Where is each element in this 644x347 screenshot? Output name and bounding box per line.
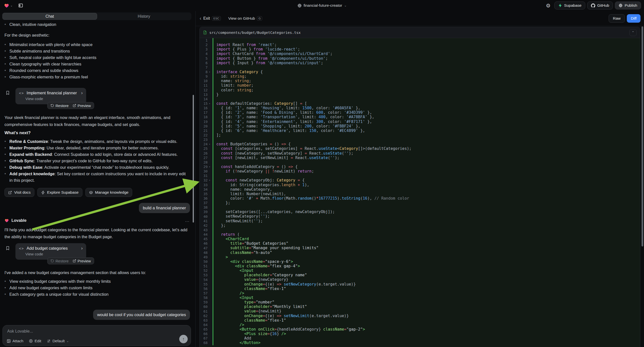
line-number[interactable]: 59 [200, 300, 208, 304]
fold-chevron-icon[interactable]: ▾ [208, 71, 212, 73]
explore-supabase-button[interactable]: Explore Supabase [37, 188, 82, 197]
line-number[interactable]: 13 [200, 92, 208, 96]
collapse-file-button[interactable]: ⌃ [630, 29, 636, 36]
line-number[interactable]: 47 [200, 246, 208, 250]
line-number[interactable]: 55 [200, 282, 208, 286]
line-number[interactable]: 14 [200, 97, 208, 101]
bookmark-icon[interactable] [6, 90, 10, 95]
fold-chevron-icon[interactable]: ▾ [208, 166, 212, 168]
chat-message-list[interactable]: • Clean, intuitive navigation For the de… [0, 21, 196, 324]
line-number[interactable]: 1 [200, 38, 208, 42]
line-number[interactable]: 60 [200, 305, 208, 309]
line-number[interactable]: 52 [200, 268, 208, 272]
code-editor[interactable]: 12import React from 'react';3import { Pl… [200, 38, 640, 347]
line-number[interactable]: 36 [200, 196, 208, 200]
line-number[interactable]: 65 [200, 327, 208, 331]
line-number[interactable]: 45 [200, 237, 208, 241]
line-number[interactable]: 56 [200, 287, 208, 291]
line-number[interactable]: 16 [200, 106, 208, 110]
fold-chevron-icon[interactable]: ▾ [208, 102, 212, 105]
line-number[interactable]: 21 [200, 129, 208, 133]
line-number[interactable]: 64 [200, 323, 208, 327]
tab-history[interactable]: History [97, 13, 191, 20]
restore-button[interactable]: Restore [50, 104, 69, 108]
line-number[interactable]: 61 [200, 310, 208, 314]
file-header[interactable]: src/components/budget/BudgetCategories.t… [200, 27, 640, 38]
line-number[interactable]: 8 [200, 70, 208, 74]
exit-button[interactable]: ‹ Exit ESC [200, 16, 221, 22]
line-number[interactable]: 4 [200, 52, 208, 56]
line-number[interactable]: 31 [200, 174, 208, 178]
line-number[interactable]: 38 [200, 205, 208, 209]
fold-chevron-icon[interactable]: ▾ [208, 179, 212, 182]
line-number[interactable]: 12 [200, 88, 208, 92]
supabase-button[interactable]: Supabase [554, 2, 585, 10]
line-number[interactable]: 11 [200, 84, 208, 87]
line-number[interactable]: 10 [200, 79, 208, 83]
send-button[interactable]: ↑ [179, 335, 188, 343]
line-number[interactable]: 44 [200, 232, 208, 236]
attach-button[interactable]: Attach [7, 339, 24, 343]
line-number[interactable]: 15 [200, 102, 208, 106]
line-number[interactable]: 6 [200, 61, 208, 65]
line-number[interactable]: 28 [200, 160, 208, 164]
github-button[interactable]: GitHub [587, 2, 613, 10]
line-number[interactable]: 42 [200, 224, 208, 228]
line-number[interactable]: 48 [200, 251, 208, 255]
line-number[interactable]: 30 [200, 169, 208, 173]
line-number[interactable]: 29 [200, 165, 208, 169]
line-number[interactable]: 62 [200, 314, 208, 318]
line-number[interactable]: 34 [200, 188, 208, 192]
line-number[interactable]: 26 [200, 151, 208, 155]
diff-toggle-button[interactable]: Diff [627, 14, 640, 23]
line-number[interactable]: 39 [200, 210, 208, 214]
line-number[interactable]: 2 [200, 43, 208, 47]
preview-button[interactable]: Preview [73, 104, 91, 108]
line-number[interactable]: 49 [200, 255, 208, 259]
publish-button[interactable]: Publish [615, 2, 641, 10]
line-number[interactable]: 54 [200, 278, 208, 282]
view-code-link[interactable]: View code [26, 96, 83, 101]
line-number[interactable]: 32 [200, 178, 208, 182]
line-number[interactable]: 22 [200, 133, 208, 137]
message-menu-button[interactable]: … [185, 218, 190, 223]
line-number[interactable]: 37 [200, 201, 208, 205]
line-number[interactable]: 43 [200, 228, 208, 232]
line-number[interactable]: 23 [200, 138, 208, 142]
chat-input-box[interactable]: Ask Lovable... Attach Edit Default ⌄ ↑ [2, 325, 191, 346]
line-number[interactable]: 24 [200, 142, 208, 146]
line-number[interactable]: 25 [200, 146, 208, 150]
preview-button[interactable]: Preview [73, 259, 91, 263]
fold-chevron-icon[interactable]: ▾ [208, 143, 212, 145]
lovable-logo-menu[interactable]: ⌄ [4, 3, 13, 8]
line-number[interactable]: 20 [200, 124, 208, 128]
view-code-link[interactable]: View code [26, 252, 83, 256]
line-number[interactable]: 41 [200, 219, 208, 223]
line-number[interactable]: 51 [200, 264, 208, 268]
line-number[interactable]: 53 [200, 273, 208, 277]
line-number[interactable]: 35 [200, 192, 208, 196]
toggle-sidebar-button[interactable] [18, 3, 23, 8]
line-number[interactable]: 67 [200, 336, 208, 340]
line-number[interactable]: 66 [200, 332, 208, 336]
line-number[interactable]: 9 [200, 74, 208, 78]
code-scrollbar[interactable] [642, 26, 643, 246]
line-number[interactable]: 50 [200, 260, 208, 264]
line-number[interactable]: 5 [200, 56, 208, 60]
line-number[interactable]: 57 [200, 291, 208, 295]
line-number[interactable]: 40 [200, 214, 208, 218]
line-number[interactable]: 27 [200, 156, 208, 160]
mode-select[interactable]: Default ⌄ [47, 339, 69, 343]
line-number[interactable]: 3 [200, 47, 208, 51]
line-number[interactable]: 46 [200, 242, 208, 246]
view-on-github-link[interactable]: View on GitHub G [228, 16, 262, 21]
settings-button[interactable]: ⚙ [544, 2, 552, 10]
restore-button[interactable]: Restore [50, 259, 69, 263]
line-number[interactable]: 33 [200, 183, 208, 187]
line-number[interactable]: 18 [200, 115, 208, 119]
tab-chat[interactable]: Chat [2, 13, 97, 20]
line-number[interactable]: 68 [200, 341, 208, 345]
project-selector[interactable]: financial-future-creator ⌄ [297, 3, 346, 8]
edit-button[interactable]: Edit [29, 339, 41, 343]
chat-scrollbar[interactable] [193, 95, 194, 222]
